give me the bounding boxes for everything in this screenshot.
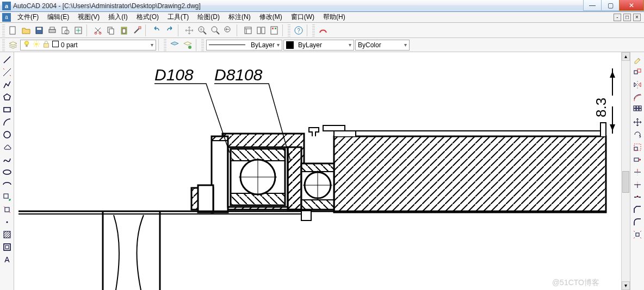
- fillet-tool[interactable]: [632, 217, 643, 228]
- toolbar-separator: [145, 24, 148, 36]
- mirror-tool[interactable]: [632, 79, 643, 90]
- polygon-tool[interactable]: [2, 92, 13, 103]
- mdi-close-button[interactable]: ×: [633, 14, 641, 21]
- svg-rect-48: [636, 109, 639, 111]
- layer-combo[interactable]: 0 part ▾: [20, 40, 156, 51]
- pan-button[interactable]: [183, 24, 195, 36]
- undo-button[interactable]: [151, 24, 163, 36]
- svg-rect-65: [301, 200, 334, 210]
- construction-line-tool[interactable]: [2, 67, 13, 78]
- help-button[interactable]: ?: [293, 24, 305, 36]
- scroll-down-button[interactable]: ▾: [622, 281, 630, 290]
- toolbar-grip[interactable]: [288, 24, 290, 36]
- design-center-button[interactable]: [255, 24, 267, 36]
- menu-insert[interactable]: 插入(I): [104, 12, 132, 22]
- minimize-button[interactable]: —: [583, 0, 602, 11]
- toolbar-grip[interactable]: [2, 39, 5, 51]
- text-tool[interactable]: A: [2, 254, 13, 265]
- scale-tool[interactable]: [632, 142, 643, 153]
- rectangle-tool[interactable]: [2, 104, 13, 115]
- menu-file[interactable]: 文件(F): [13, 12, 43, 22]
- open-button[interactable]: [20, 24, 32, 36]
- menu-edit[interactable]: 编辑(E): [43, 12, 73, 22]
- svg-rect-62: [288, 147, 301, 210]
- array-tool[interactable]: [632, 104, 643, 115]
- insert-block-tool[interactable]: [2, 192, 13, 203]
- offset-tool[interactable]: [632, 92, 643, 103]
- rotate-tool[interactable]: [632, 129, 643, 140]
- copy-tool[interactable]: [632, 67, 643, 78]
- menu-tools[interactable]: 工具(T): [163, 12, 193, 22]
- zoom-realtime-button[interactable]: ±: [196, 24, 208, 36]
- line-tool[interactable]: [2, 54, 13, 65]
- layer-states-button[interactable]: [182, 39, 194, 51]
- cut-button[interactable]: [92, 24, 104, 36]
- new-button[interactable]: [7, 24, 19, 36]
- revcloud-tool[interactable]: [2, 142, 13, 153]
- spline-tool[interactable]: [2, 154, 13, 165]
- save-button[interactable]: [33, 24, 45, 36]
- region-tool[interactable]: [2, 242, 13, 253]
- chamfer-tool[interactable]: [632, 204, 643, 215]
- copy-button[interactable]: [105, 24, 117, 36]
- svg-point-33: [4, 131, 10, 138]
- menu-draw[interactable]: 绘图(D): [193, 12, 224, 22]
- menu-dimension[interactable]: 标注(N): [224, 12, 255, 22]
- menu-modify[interactable]: 修改(M): [255, 12, 287, 22]
- express-button[interactable]: [317, 24, 329, 36]
- paste-button[interactable]: [118, 24, 130, 36]
- svg-rect-69: [301, 211, 311, 220]
- toolbar-separator: [307, 24, 310, 36]
- print-preview-button[interactable]: [59, 24, 71, 36]
- publish-button[interactable]: [72, 24, 84, 36]
- svg-rect-68: [198, 185, 213, 212]
- zoom-window-button[interactable]: [209, 24, 221, 36]
- menu-view[interactable]: 视图(V): [73, 12, 104, 22]
- menu-window[interactable]: 窗口(W): [287, 12, 319, 22]
- make-block-tool[interactable]: [2, 204, 13, 215]
- toolbar-grip[interactable]: [312, 24, 315, 36]
- match-properties-button[interactable]: [131, 24, 143, 36]
- maximize-button[interactable]: ▢: [601, 0, 620, 11]
- stretch-tool[interactable]: [632, 154, 643, 165]
- erase-tool[interactable]: [632, 54, 643, 65]
- scroll-thumb[interactable]: [622, 171, 629, 193]
- svg-point-31: [188, 46, 191, 49]
- layer-previous-button[interactable]: [169, 39, 181, 51]
- ellipse-tool[interactable]: [2, 167, 13, 178]
- menu-format[interactable]: 格式(O): [132, 12, 163, 22]
- hatch-tool[interactable]: [2, 229, 13, 240]
- toolbar-grip[interactable]: [164, 39, 166, 51]
- polyline-tool[interactable]: [2, 79, 13, 90]
- toolbar-grip[interactable]: [2, 24, 5, 36]
- properties-button[interactable]: [242, 24, 254, 36]
- close-button[interactable]: ✕: [619, 0, 644, 11]
- mdi-restore-button[interactable]: □: [623, 14, 631, 21]
- linetype-combo[interactable]: ByLayer ▾: [206, 40, 282, 51]
- point-tool[interactable]: [2, 217, 13, 228]
- layer-manager-button[interactable]: [7, 39, 19, 51]
- watermark-label: @51CTO博客: [552, 278, 599, 288]
- extend-tool[interactable]: [632, 179, 643, 190]
- circle-tool[interactable]: [2, 129, 13, 140]
- layers-toolbar: 0 part ▾ ByLayer ▾ ByLayer ▾ ByColor ▾: [0, 38, 644, 52]
- print-button[interactable]: [46, 24, 58, 36]
- mdi-minimize-button[interactable]: -: [614, 14, 621, 21]
- trim-tool[interactable]: [632, 167, 643, 178]
- toolbar-grip[interactable]: [201, 39, 204, 51]
- color-combo[interactable]: ByLayer ▾: [283, 40, 354, 51]
- tool-palettes-button[interactable]: [268, 24, 280, 36]
- drawing-canvas[interactable]: D108 D8108 8.3 @51CTO博客: [14, 52, 621, 290]
- arc-tool[interactable]: [2, 117, 13, 128]
- move-tool[interactable]: [632, 117, 643, 128]
- break-tool[interactable]: [632, 192, 643, 203]
- redo-button[interactable]: [164, 24, 176, 36]
- scroll-up-button[interactable]: ▴: [622, 52, 630, 61]
- mdi-app-icon: a: [2, 13, 11, 22]
- menu-help[interactable]: 帮助(H): [319, 12, 350, 22]
- zoom-previous-button[interactable]: [222, 24, 234, 36]
- vertical-scrollbar[interactable]: ▴ ▾: [621, 52, 630, 290]
- explode-tool[interactable]: [632, 229, 643, 240]
- ellipse-arc-tool[interactable]: [2, 179, 13, 190]
- lineweight-combo[interactable]: ByColor ▾: [355, 40, 410, 51]
